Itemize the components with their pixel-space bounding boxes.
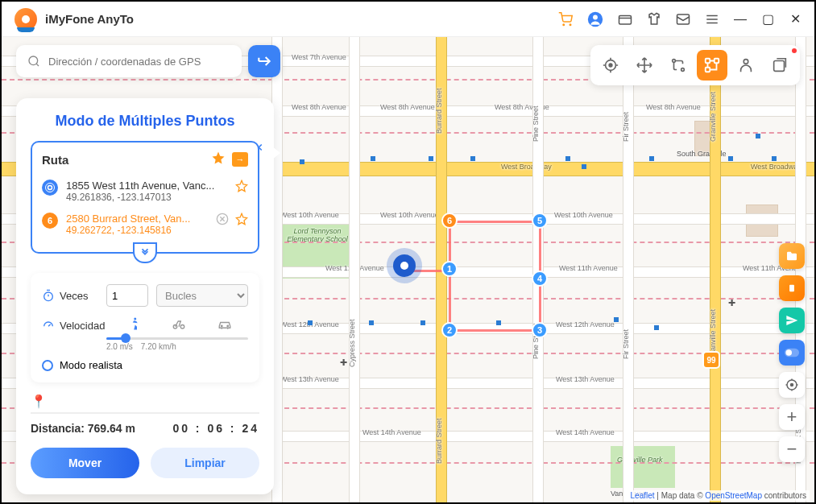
svg-point-17 [744,60,748,64]
arrow-return-icon [256,53,272,69]
svg-point-11 [609,64,612,67]
svg-point-1 [570,24,571,26]
realistic-radio[interactable] [42,360,53,371]
svg-point-19 [48,186,52,190]
svg-point-0 [563,24,565,26]
speed-slider-thumb[interactable] [121,333,130,343]
progress-track [31,412,259,414]
stopwatch-icon [42,289,55,302]
loops-select[interactable]: Bucles [156,284,248,307]
minimize-button[interactable]: — [734,12,747,27]
zoom-out-icon[interactable]: − [779,436,805,462]
road-label: West Broadway [501,163,552,171]
realistic-label: Modo realista [60,359,122,371]
sidebar-send-icon[interactable] [779,308,805,333]
route-item[interactable]: 1855 West 11th Avenue, Vanc... 49.261836… [42,175,248,208]
search-icon [27,55,40,68]
road-label: West 10th Avenue [554,211,613,219]
walk-icon[interactable] [127,316,142,334]
road-label: West Broadway [751,163,802,171]
route-item-title: 2580 Burrard Street, Van... [66,213,208,225]
mail-icon[interactable] [676,12,690,27]
road-label: Granville Street [709,92,717,142]
favorite-item-icon[interactable] [235,213,248,229]
svg-point-12 [673,60,676,63]
multipoint-tool[interactable] [697,50,727,81]
search-go-button[interactable] [248,45,280,77]
move-tool[interactable] [629,50,660,81]
cards-tool[interactable] [764,50,795,81]
svg-point-30 [786,349,793,356]
speed-kmh: 7.20 km/h [141,342,176,351]
road-label: West 8th Avenue [646,103,701,111]
route-tool[interactable] [663,50,694,81]
multipoint-panel: Modo de Múltiples Puntos Ruta 1855 West … [16,98,274,494]
export-folder-icon[interactable] [232,152,248,167]
speedometer-icon [42,319,55,332]
wallet-icon[interactable] [618,12,632,27]
route-item[interactable]: 6 2580 Burrard Street, Van... 49.262722,… [42,208,248,241]
road-label: Burrard Street [435,88,443,134]
times-label: Veces [42,289,98,302]
shirt-icon[interactable] [647,12,661,27]
route-marker-4[interactable]: 4 [532,271,548,287]
close-button[interactable]: ✕ [789,11,802,27]
sidebar-toggle-icon[interactable] [779,340,805,366]
zoom-in-icon[interactable]: + [779,404,805,430]
car-icon[interactable] [216,316,234,334]
current-location-marker [393,254,416,277]
route-marker-6[interactable]: 6 [441,213,458,229]
speed-slider[interactable] [106,337,248,340]
svg-rect-18 [774,61,785,72]
favorite-icon[interactable] [211,151,226,168]
speed-ms: 2.0 m/s [106,342,133,351]
route-marker-2[interactable]: 2 [441,322,458,338]
svg-rect-14 [706,59,710,64]
osm-link[interactable]: OpenStreetMap [705,491,762,500]
road-label: Pine Street [532,105,540,142]
route-marker-1[interactable]: 1 [441,261,458,277]
route-item-marker-icon: 6 [42,213,58,229]
move-button[interactable]: Mover [31,448,139,478]
svg-rect-16 [706,68,710,72]
svg-rect-28 [789,285,794,291]
remove-item-icon[interactable] [216,213,229,229]
favorite-item-icon[interactable] [235,180,248,196]
expand-toggle-icon[interactable] [133,242,157,263]
route-marker-3[interactable]: 3 [532,322,548,338]
leaflet-link[interactable]: Leaflet [631,491,655,500]
poi-label: Lord Tennyson Elementary School [285,227,350,243]
search-box[interactable] [16,45,242,77]
times-input[interactable] [106,284,148,307]
user-icon[interactable] [587,11,603,27]
road-label: West 10th Avenue [380,211,439,219]
route-head-label: Ruta [42,153,211,167]
menu-icon[interactable] [705,12,719,27]
maximize-button[interactable]: ▢ [761,11,774,27]
road-label: West 13th Avenue [556,375,615,383]
highway-shield: 99 [702,351,720,369]
sidebar-folder-icon[interactable] [779,243,805,269]
svg-rect-5 [677,14,690,24]
road-label: West 8th Avenue [292,103,346,111]
bike-icon[interactable] [171,316,187,334]
svg-point-23 [135,318,137,320]
mode-toolbar [590,45,800,85]
progress-pin-icon: 📍 [31,395,47,408]
svg-point-9 [29,56,38,65]
person-tool[interactable] [731,50,761,81]
sidebar-phone-icon[interactable] [779,275,805,301]
road-label: West 8th Avenue [380,103,435,111]
clear-button[interactable]: Limpiar [151,448,259,478]
panel-title: Modo de Múltiples Puntos [16,113,274,130]
route-item-title: 1855 West 11th Avenue, Vanc... [66,180,227,192]
cart-icon[interactable] [558,12,573,27]
svg-point-26 [222,325,223,327]
road-label: West 14th Avenue [556,428,615,436]
locate-tool[interactable] [595,50,626,81]
svg-point-20 [46,184,55,192]
route-marker-5[interactable]: 5 [532,213,548,229]
recenter-icon[interactable] [779,372,805,398]
search-input[interactable] [48,56,230,68]
app-logo [14,8,37,31]
